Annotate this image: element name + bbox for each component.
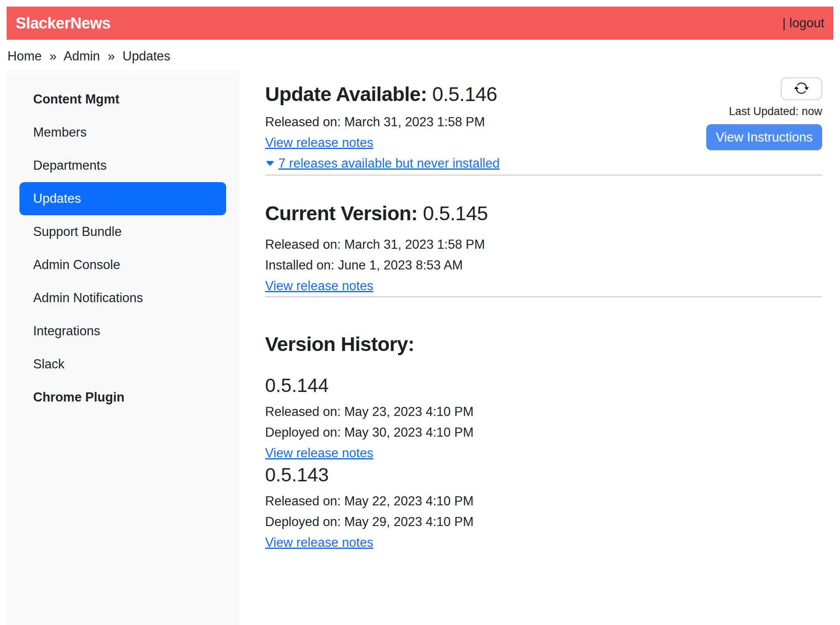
breadcrumb-separator: » <box>45 49 60 63</box>
update-available-heading: Update Available: 0.5.146 <box>265 84 500 105</box>
sidebar-item-slack[interactable]: Slack <box>19 348 226 381</box>
releases-available-label: 7 releases available but never installed <box>278 156 500 171</box>
sidebar-item-departments[interactable]: Departments <box>19 149 226 182</box>
refresh-button[interactable] <box>781 77 822 100</box>
breadcrumb-separator: » <box>104 49 119 63</box>
current-released-on: Released on: March 31, 2023 1:58 PM <box>265 234 822 255</box>
sidebar-item-admin-console[interactable]: Admin Console <box>19 248 226 281</box>
history-deployed-on: Deployed on: May 29, 2023 4:10 PM <box>265 512 822 532</box>
version-history-section: Version History: 0.5.144 Released on: Ma… <box>265 334 822 553</box>
section-divider <box>265 175 822 175</box>
section-divider <box>265 296 822 297</box>
top-bar: SlackerNews | logout <box>7 7 833 40</box>
current-version-heading: Current Version: 0.5.145 <box>265 203 822 224</box>
update-release-notes-link[interactable]: View release notes <box>265 135 373 150</box>
history-release-notes-link[interactable]: View release notes <box>265 535 373 550</box>
sidebar-item-chrome-plugin[interactable]: Chrome Plugin <box>19 381 226 414</box>
updates-main: Update Available: 0.5.146 Released on: M… <box>239 70 833 553</box>
app-brand: SlackerNews <box>16 14 111 32</box>
sidebar-item-members[interactable]: Members <box>19 116 226 149</box>
logout-link[interactable]: | logout <box>782 16 824 31</box>
version-history-entry: 0.5.144 Released on: May 23, 2023 4:10 P… <box>265 374 822 464</box>
history-version-number: 0.5.143 <box>265 464 822 486</box>
releases-available-link[interactable]: 7 releases available but never installed <box>265 156 500 171</box>
sidebar-item-integrations[interactable]: Integrations <box>19 315 226 348</box>
sidebar-item-admin-notifications[interactable]: Admin Notifications <box>19 281 226 315</box>
current-version-number: 0.5.145 <box>423 202 488 224</box>
admin-sidebar: Content Mgmt Members Departments Updates… <box>7 70 239 625</box>
version-history-entry: 0.5.143 Released on: May 22, 2023 4:10 P… <box>265 464 822 553</box>
breadcrumb-current: Updates <box>123 49 170 63</box>
breadcrumb-admin[interactable]: Admin <box>63 49 100 63</box>
view-instructions-button[interactable]: View Instructions <box>706 124 822 150</box>
refresh-icon <box>794 81 809 97</box>
current-installed-on: Installed on: June 1, 2023 8:53 AM <box>265 255 822 276</box>
history-released-on: Released on: May 22, 2023 4:10 PM <box>265 491 822 512</box>
history-release-notes-link[interactable]: View release notes <box>265 446 373 460</box>
current-release-notes-link[interactable]: View release notes <box>265 279 373 293</box>
page-layout: Content Mgmt Members Departments Updates… <box>0 70 840 625</box>
version-history-heading: Version History: <box>265 334 822 355</box>
update-available-label: Update Available: <box>265 83 427 105</box>
sidebar-item-support-bundle[interactable]: Support Bundle <box>19 215 226 248</box>
current-version-section: Current Version: 0.5.145 Released on: Ma… <box>265 203 822 296</box>
history-released-on: Released on: May 23, 2023 4:10 PM <box>265 401 822 422</box>
breadcrumb: Home » Admin » Updates <box>7 48 833 65</box>
history-version-number: 0.5.144 <box>265 374 822 397</box>
current-version-label: Current Version: <box>265 202 418 224</box>
update-available-section: Update Available: 0.5.146 Released on: M… <box>265 84 822 175</box>
update-available-version: 0.5.146 <box>432 83 497 105</box>
breadcrumb-home[interactable]: Home <box>7 49 42 63</box>
last-updated-text: Last Updated: now <box>729 104 822 118</box>
sidebar-item-content-mgmt[interactable]: Content Mgmt <box>19 83 226 116</box>
history-deployed-on: Deployed on: May 30, 2023 4:10 PM <box>265 422 822 443</box>
update-released-on: Released on: March 31, 2023 1:58 PM <box>265 112 500 132</box>
caret-down-icon <box>265 154 275 175</box>
sidebar-item-updates[interactable]: Updates <box>19 182 226 215</box>
